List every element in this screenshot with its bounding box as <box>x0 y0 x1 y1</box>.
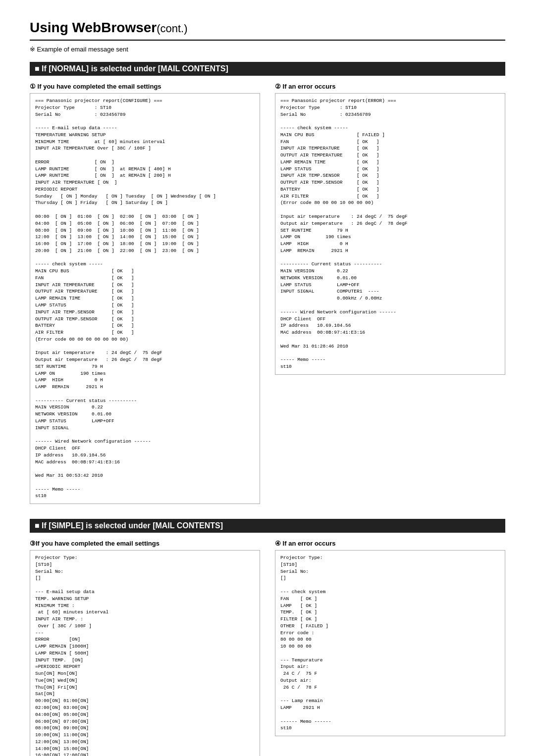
normal-complete-col: ① If you have completed the email settin… <box>30 83 260 504</box>
example-note: ※ Example of email message sent <box>30 46 505 53</box>
normal-complete-subheader: ① If you have completed the email settin… <box>30 83 260 90</box>
col4-label: ④ If an error occurs <box>275 540 336 547</box>
section2-header: ■ If [SIMPLE] is selected under [MAIL CO… <box>30 519 505 533</box>
simple-section-columns: ③If you have completed the email setting… <box>30 540 505 756</box>
normal-error-email-box: === Panasonic projector report(ERROR) ==… <box>275 93 505 375</box>
section1-header-text: ■ If [NORMAL] is selected under [MAIL CO… <box>35 64 228 73</box>
col3-label: ③If you have completed the email setting… <box>30 540 160 547</box>
normal-complete-email-box: === Panasonic projector report(CONFIGURE… <box>30 93 260 504</box>
section1-header: ■ If [NORMAL] is selected under [MAIL CO… <box>30 62 505 76</box>
simple-error-email-box: Projector Type: [ST10] Serial No: [] ---… <box>275 550 505 736</box>
simple-complete-col: ③If you have completed the email setting… <box>30 540 260 756</box>
simple-complete-email-box: Projector Type: [ST10] Serial No: [] ---… <box>30 550 260 756</box>
page-title: Using WebBrowser(cont.) <box>30 20 505 41</box>
normal-error-col: ② If an error occurs === Panasonic proje… <box>275 83 505 504</box>
section2-header-text: ■ If [SIMPLE] is selected under [MAIL CO… <box>35 521 223 530</box>
col2-label: ② If an error occurs <box>275 83 336 90</box>
simple-error-subheader: ④ If an error occurs <box>275 540 505 547</box>
col1-label: ① If you have completed the email settin… <box>30 83 161 90</box>
normal-section-columns: ① If you have completed the email settin… <box>30 83 505 504</box>
normal-error-subheader: ② If an error occurs <box>275 83 505 90</box>
simple-complete-subheader: ③If you have completed the email setting… <box>30 540 260 547</box>
simple-error-col: ④ If an error occurs Projector Type: [ST… <box>275 540 505 756</box>
